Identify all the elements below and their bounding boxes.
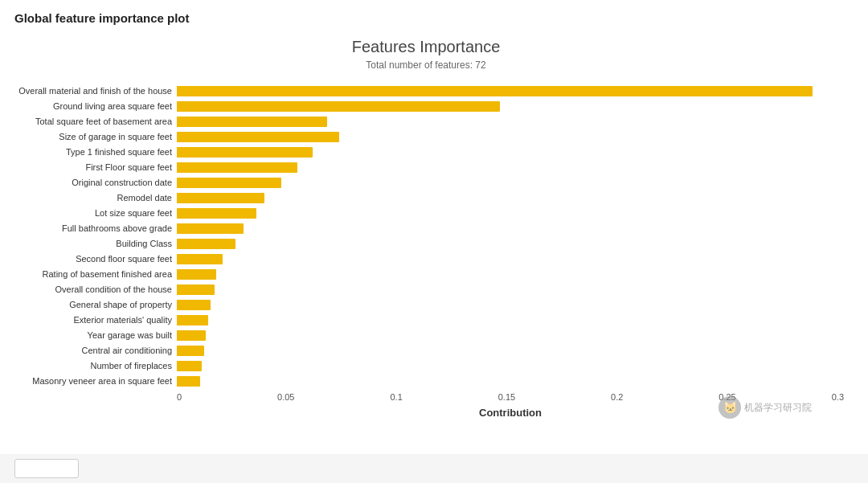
bar (177, 193, 264, 203)
y-label: Building Class (8, 236, 177, 252)
bar-row (177, 236, 844, 252)
page-title: Global feature importance plot (0, 0, 868, 30)
y-label: General shape of property (8, 297, 177, 313)
y-label: Size of garage in square feet (8, 129, 177, 145)
bar-row (177, 114, 844, 129)
bar-row (177, 129, 844, 145)
bar-row (177, 358, 844, 374)
bar (177, 315, 208, 325)
y-label: Lot size square feet (8, 206, 177, 221)
x-tick: 0.2 (611, 392, 623, 402)
bar-row (177, 221, 844, 236)
bar-row (177, 297, 844, 313)
x-tick: 0 (177, 392, 182, 402)
bottom-bar (0, 454, 868, 483)
y-label: Exterior materials' quality (8, 313, 177, 328)
bar-row (177, 374, 844, 389)
bar (177, 132, 339, 142)
bar (177, 178, 281, 188)
bar (177, 147, 313, 158)
bar-row (177, 99, 844, 114)
x-tick: 0.1 (390, 392, 402, 402)
chart-container: Features Importance Total number of feat… (0, 30, 868, 451)
y-label: Total square feet of basement area (8, 114, 177, 129)
bars-container (177, 84, 844, 389)
y-label: Remodel date (8, 190, 177, 206)
chart-subtitle: Total number of features: 72 (8, 59, 844, 71)
bar (177, 361, 202, 371)
bar (177, 284, 215, 295)
bar-row (177, 190, 844, 206)
bar (177, 330, 206, 341)
bar-row (177, 252, 844, 267)
bar-row (177, 84, 844, 99)
bar (177, 223, 244, 234)
y-label: First Floor square feet (8, 160, 177, 175)
bar-row (177, 343, 844, 358)
bar (177, 101, 500, 112)
bar (177, 269, 216, 280)
y-label: Year garage was built (8, 328, 177, 343)
bar (177, 346, 204, 356)
bar (177, 162, 297, 173)
bar-row (177, 282, 844, 297)
bar (177, 86, 813, 96)
y-label: Type 1 finished square feet (8, 145, 177, 160)
watermark-text: 机器学习研习院 (744, 401, 812, 415)
bar-row (177, 160, 844, 175)
y-label: Ground living area square feet (8, 99, 177, 114)
watermark-icon: 🐱 (719, 396, 741, 419)
x-tick: 0.3 (832, 392, 844, 402)
y-label: Original construction date (8, 175, 177, 190)
y-label: Rating of basement finished area (8, 267, 177, 282)
y-label: Overall material and finish of the house (8, 84, 177, 99)
y-label: Number of fireplaces (8, 358, 177, 374)
chart-wrapper: Overall material and finish of the house… (8, 84, 844, 419)
bar (177, 117, 327, 127)
bar (177, 254, 223, 264)
y-label: Second floor square feet (8, 252, 177, 267)
x-tick: 0.05 (277, 392, 294, 402)
x-tick: 0.15 (498, 392, 515, 402)
y-labels: Overall material and finish of the house… (8, 84, 177, 389)
bars-and-grid: 00.050.10.150.20.250.3 Contribution (177, 84, 844, 419)
bar (177, 376, 200, 387)
chart-title: Features Importance (8, 38, 844, 56)
bar-row (177, 267, 844, 282)
bar-row (177, 313, 844, 328)
y-label: Central air conditioning (8, 343, 177, 358)
bar-row (177, 206, 844, 221)
y-label: Overall condition of the house (8, 282, 177, 297)
watermark: 🐱 机器学习研习院 (719, 396, 812, 419)
y-label: Masonry veneer area in square feet (8, 374, 177, 389)
bar-row (177, 145, 844, 160)
bar-row (177, 175, 844, 190)
bar (177, 300, 211, 310)
bar (177, 208, 256, 219)
bottom-button[interactable] (14, 459, 79, 478)
y-label: Full bathrooms above grade (8, 221, 177, 236)
bar-row (177, 328, 844, 343)
bar (177, 239, 235, 249)
